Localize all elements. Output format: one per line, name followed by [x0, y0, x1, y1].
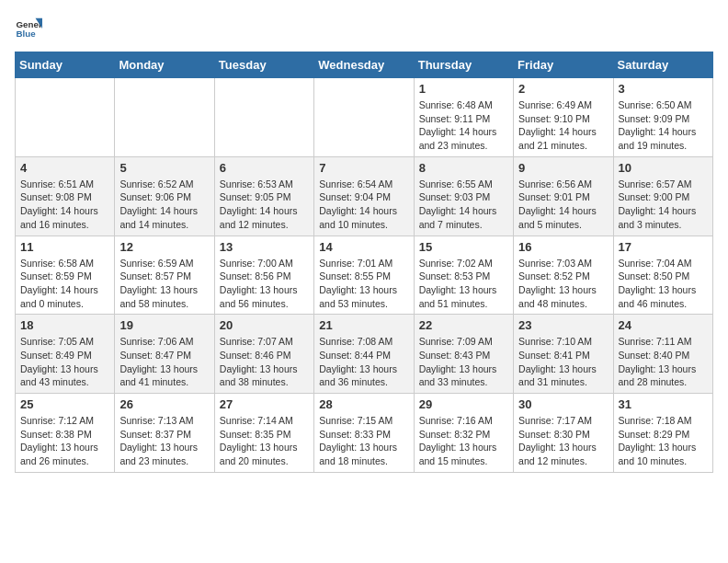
day-info: Sunrise: 6:52 AM Sunset: 9:06 PM Dayligh… — [119, 178, 209, 232]
calendar-cell: 15Sunrise: 7:02 AM Sunset: 8:53 PM Dayli… — [414, 236, 513, 315]
day-info: Sunrise: 7:05 AM Sunset: 8:49 PM Dayligh… — [20, 335, 109, 389]
calendar-cell: 7Sunrise: 6:54 AM Sunset: 9:04 PM Daylig… — [314, 156, 414, 236]
day-number: 8 — [419, 161, 508, 175]
calendar-cell: 23Sunrise: 7:10 AM Sunset: 8:41 PM Dayli… — [514, 315, 613, 394]
weekday-header-thursday: Thursday — [414, 52, 513, 78]
calendar-cell: 28Sunrise: 7:15 AM Sunset: 8:33 PM Dayli… — [314, 394, 414, 473]
day-number: 5 — [119, 161, 209, 175]
day-number: 7 — [319, 161, 408, 175]
day-number: 24 — [619, 318, 708, 332]
calendar-table: SundayMondayTuesdayWednesdayThursdayFrid… — [15, 52, 713, 473]
day-info: Sunrise: 7:11 AM Sunset: 8:40 PM Dayligh… — [619, 335, 708, 389]
day-info: Sunrise: 7:10 AM Sunset: 8:41 PM Dayligh… — [518, 335, 608, 389]
day-info: Sunrise: 7:12 AM Sunset: 8:38 PM Dayligh… — [20, 414, 109, 468]
calendar-cell: 1Sunrise: 6:48 AM Sunset: 9:11 PM Daylig… — [414, 78, 513, 157]
day-info: Sunrise: 7:16 AM Sunset: 8:32 PM Dayligh… — [419, 414, 508, 468]
day-info: Sunrise: 7:15 AM Sunset: 8:33 PM Dayligh… — [319, 414, 408, 468]
header: General Blue — [15, 15, 713, 42]
calendar-cell: 2Sunrise: 6:49 AM Sunset: 9:10 PM Daylig… — [514, 78, 613, 157]
calendar-cell: 11Sunrise: 6:58 AM Sunset: 8:59 PM Dayli… — [16, 236, 115, 315]
calendar-cell: 24Sunrise: 7:11 AM Sunset: 8:40 PM Dayli… — [613, 315, 712, 394]
day-number: 13 — [220, 240, 309, 254]
day-number: 10 — [619, 161, 708, 175]
calendar-cell: 9Sunrise: 6:56 AM Sunset: 9:01 PM Daylig… — [514, 156, 613, 236]
day-info: Sunrise: 7:00 AM Sunset: 8:56 PM Dayligh… — [220, 257, 309, 311]
day-number: 2 — [518, 82, 608, 96]
day-number: 19 — [119, 318, 209, 332]
day-number: 28 — [319, 397, 408, 411]
calendar-cell: 3Sunrise: 6:50 AM Sunset: 9:09 PM Daylig… — [613, 78, 712, 157]
calendar-cell: 29Sunrise: 7:16 AM Sunset: 8:32 PM Dayli… — [414, 394, 513, 473]
day-info: Sunrise: 7:08 AM Sunset: 8:44 PM Dayligh… — [319, 335, 408, 389]
calendar-cell — [314, 78, 414, 157]
calendar-week-row: 4Sunrise: 6:51 AM Sunset: 9:08 PM Daylig… — [16, 156, 713, 236]
svg-text:Blue: Blue — [17, 29, 37, 39]
weekday-header-sunday: Sunday — [16, 52, 115, 78]
day-info: Sunrise: 7:01 AM Sunset: 8:55 PM Dayligh… — [319, 257, 408, 311]
calendar-cell: 21Sunrise: 7:08 AM Sunset: 8:44 PM Dayli… — [314, 315, 414, 394]
logo: General Blue — [15, 15, 46, 42]
day-info: Sunrise: 6:53 AM Sunset: 9:05 PM Dayligh… — [220, 178, 309, 232]
day-number: 15 — [419, 240, 508, 254]
day-info: Sunrise: 7:13 AM Sunset: 8:37 PM Dayligh… — [119, 414, 209, 468]
day-info: Sunrise: 6:58 AM Sunset: 8:59 PM Dayligh… — [20, 257, 109, 311]
day-number: 23 — [518, 318, 608, 332]
day-number: 27 — [220, 397, 309, 411]
day-info: Sunrise: 6:48 AM Sunset: 9:11 PM Dayligh… — [419, 98, 508, 153]
day-info: Sunrise: 6:54 AM Sunset: 9:04 PM Dayligh… — [319, 178, 408, 232]
day-number: 25 — [20, 397, 109, 411]
day-info: Sunrise: 6:51 AM Sunset: 9:08 PM Dayligh… — [20, 178, 109, 232]
day-number: 21 — [319, 318, 408, 332]
weekday-header-saturday: Saturday — [613, 52, 712, 78]
calendar-cell: 20Sunrise: 7:07 AM Sunset: 8:46 PM Dayli… — [214, 315, 313, 394]
day-number: 11 — [20, 240, 109, 254]
calendar-cell: 19Sunrise: 7:06 AM Sunset: 8:47 PM Dayli… — [115, 315, 214, 394]
weekday-header-friday: Friday — [514, 52, 613, 78]
calendar-cell: 30Sunrise: 7:17 AM Sunset: 8:30 PM Dayli… — [514, 394, 613, 473]
day-number: 14 — [319, 240, 408, 254]
weekday-header-monday: Monday — [115, 52, 214, 78]
weekday-header-tuesday: Tuesday — [214, 52, 313, 78]
day-number: 20 — [220, 318, 309, 332]
day-number: 6 — [220, 161, 309, 175]
day-number: 26 — [119, 397, 209, 411]
calendar-week-row: 25Sunrise: 7:12 AM Sunset: 8:38 PM Dayli… — [16, 394, 713, 473]
day-info: Sunrise: 6:56 AM Sunset: 9:01 PM Dayligh… — [518, 178, 608, 232]
calendar-week-row: 18Sunrise: 7:05 AM Sunset: 8:49 PM Dayli… — [16, 315, 713, 394]
calendar-cell: 8Sunrise: 6:55 AM Sunset: 9:03 PM Daylig… — [414, 156, 513, 236]
day-number: 9 — [518, 161, 608, 175]
calendar-cell — [115, 78, 214, 157]
calendar-week-row: 1Sunrise: 6:48 AM Sunset: 9:11 PM Daylig… — [16, 78, 713, 157]
day-number: 3 — [619, 82, 708, 96]
day-info: Sunrise: 7:09 AM Sunset: 8:43 PM Dayligh… — [419, 335, 508, 389]
day-number: 18 — [20, 318, 109, 332]
day-info: Sunrise: 6:50 AM Sunset: 9:09 PM Dayligh… — [619, 98, 708, 153]
day-info: Sunrise: 7:18 AM Sunset: 8:29 PM Dayligh… — [619, 414, 708, 468]
day-number: 4 — [20, 161, 109, 175]
logo-icon: General Blue — [15, 15, 42, 42]
calendar-cell: 26Sunrise: 7:13 AM Sunset: 8:37 PM Dayli… — [115, 394, 214, 473]
calendar-cell: 14Sunrise: 7:01 AM Sunset: 8:55 PM Dayli… — [314, 236, 414, 315]
day-number: 31 — [619, 397, 708, 411]
day-info: Sunrise: 7:02 AM Sunset: 8:53 PM Dayligh… — [419, 257, 508, 311]
day-number: 16 — [518, 240, 608, 254]
day-info: Sunrise: 6:55 AM Sunset: 9:03 PM Dayligh… — [419, 178, 508, 232]
calendar-cell: 4Sunrise: 6:51 AM Sunset: 9:08 PM Daylig… — [16, 156, 115, 236]
day-info: Sunrise: 7:14 AM Sunset: 8:35 PM Dayligh… — [220, 414, 309, 468]
calendar-cell: 22Sunrise: 7:09 AM Sunset: 8:43 PM Dayli… — [414, 315, 513, 394]
day-info: Sunrise: 7:04 AM Sunset: 8:50 PM Dayligh… — [619, 257, 708, 311]
calendar-cell: 25Sunrise: 7:12 AM Sunset: 8:38 PM Dayli… — [16, 394, 115, 473]
calendar-cell — [214, 78, 313, 157]
calendar-cell: 5Sunrise: 6:52 AM Sunset: 9:06 PM Daylig… — [115, 156, 214, 236]
day-number: 12 — [119, 240, 209, 254]
day-info: Sunrise: 6:57 AM Sunset: 9:00 PM Dayligh… — [619, 178, 708, 232]
day-info: Sunrise: 6:49 AM Sunset: 9:10 PM Dayligh… — [518, 98, 608, 153]
day-info: Sunrise: 6:59 AM Sunset: 8:57 PM Dayligh… — [119, 257, 209, 311]
weekday-header-wednesday: Wednesday — [314, 52, 414, 78]
calendar-cell — [16, 78, 115, 157]
day-number: 1 — [419, 82, 508, 96]
calendar-cell: 17Sunrise: 7:04 AM Sunset: 8:50 PM Dayli… — [613, 236, 712, 315]
calendar-cell: 18Sunrise: 7:05 AM Sunset: 8:49 PM Dayli… — [16, 315, 115, 394]
calendar-cell: 10Sunrise: 6:57 AM Sunset: 9:00 PM Dayli… — [613, 156, 712, 236]
calendar-cell: 16Sunrise: 7:03 AM Sunset: 8:52 PM Dayli… — [514, 236, 613, 315]
